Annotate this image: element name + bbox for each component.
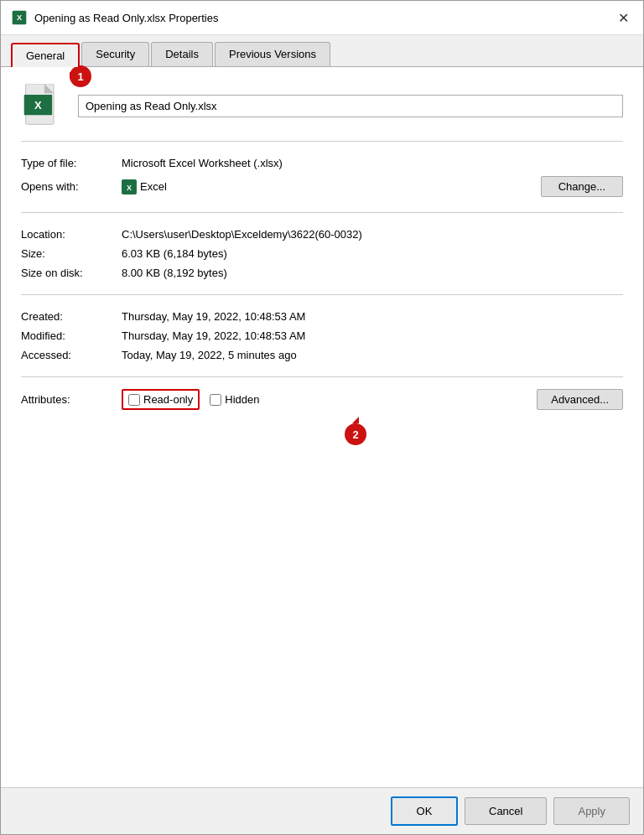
file-header: X 1	[21, 84, 623, 142]
advanced-button[interactable]: Advanced...	[537, 389, 623, 410]
badge-arrow-2	[352, 417, 359, 423]
excel-small-icon: X	[122, 179, 137, 194]
size-on-disk-label: Size on disk:	[21, 267, 122, 279]
tab-general[interactable]: General	[11, 43, 80, 67]
cancel-button[interactable]: Cancel	[465, 797, 547, 825]
type-section: Type of file: Microsoft Excel Worksheet …	[21, 142, 623, 213]
created-value: Thursday, May 19, 2022, 10:48:53 AM	[122, 310, 623, 323]
file-icon-container: X 1	[21, 84, 65, 127]
accessed-value: Today, May 19, 2022, 5 minutes ago	[122, 349, 623, 361]
size-on-disk-value: 8.00 KB (8,192 bytes)	[122, 267, 623, 279]
modified-row: Modified: Thursday, May 19, 2022, 10:48:…	[21, 326, 623, 345]
attributes-row: Attributes: Read-only Hidden Advanced...	[21, 389, 623, 410]
excel-file-icon: X	[21, 84, 65, 127]
hidden-label: Hidden	[225, 393, 259, 406]
badge-arrow-1	[70, 72, 76, 79]
opens-value: X Excel	[122, 179, 541, 194]
svg-text:X: X	[17, 13, 23, 22]
type-value: Microsoft Excel Worksheet (.xlsx)	[122, 157, 623, 169]
size-on-disk-row: Size on disk: 8.00 KB (8,192 bytes)	[21, 263, 623, 283]
created-label: Created:	[21, 310, 122, 323]
type-label: Type of file:	[21, 157, 122, 169]
badge-2-container: 2	[21, 417, 623, 445]
tab-security[interactable]: Security	[81, 42, 149, 66]
svg-text:X: X	[127, 184, 132, 192]
accessed-row: Accessed: Today, May 19, 2022, 5 minutes…	[21, 345, 623, 365]
type-row: Type of file: Microsoft Excel Worksheet …	[21, 153, 623, 173]
location-value: C:\Users\user\Desktop\Exceldemy\3622(60-…	[122, 228, 623, 241]
location-row: Location: C:\Users\user\Desktop\Exceldem…	[21, 225, 623, 244]
file-name-input[interactable]	[78, 95, 623, 117]
step-badge-2: 2	[345, 423, 366, 445]
size-value: 6.03 KB (6,184 bytes)	[122, 247, 623, 260]
modified-label: Modified:	[21, 329, 122, 342]
properties-dialog: X Opening as Read Only.xlsx Properties ✕…	[0, 0, 644, 835]
readonly-checkbox-wrapper[interactable]: Read-only	[122, 389, 200, 410]
apply-button[interactable]: Apply	[553, 797, 630, 825]
ok-button[interactable]: OK	[391, 796, 458, 826]
dialog-footer: OK Cancel Apply	[1, 787, 643, 834]
dialog-title: Opening as Read Only.xlsx Properties	[34, 12, 606, 24]
size-label: Size:	[21, 247, 122, 260]
opens-with-row: Opens with: X Excel Change...	[21, 173, 623, 200]
main-content: X 1 Type of file: Microsoft Excel Worksh…	[1, 67, 643, 787]
readonly-checkbox[interactable]	[128, 394, 140, 406]
tab-bar: General Security Details Previous Versio…	[1, 35, 643, 67]
modified-value: Thursday, May 19, 2022, 10:48:53 AM	[122, 329, 623, 342]
title-bar: X Opening as Read Only.xlsx Properties ✕	[1, 1, 643, 35]
created-row: Created: Thursday, May 19, 2022, 10:48:5…	[21, 307, 623, 326]
attributes-section: Attributes: Read-only Hidden Advanced...	[21, 377, 623, 457]
title-icon: X	[11, 9, 28, 26]
location-label: Location:	[21, 228, 122, 241]
attributes-controls: Read-only Hidden Advanced...	[122, 389, 623, 410]
attributes-label: Attributes:	[21, 393, 122, 406]
opens-label: Opens with:	[21, 180, 122, 193]
size-section: Location: C:\Users\user\Desktop\Exceldem…	[21, 213, 623, 295]
tab-previous-versions[interactable]: Previous Versions	[215, 42, 330, 66]
tab-details[interactable]: Details	[151, 42, 213, 66]
dates-section: Created: Thursday, May 19, 2022, 10:48:5…	[21, 295, 623, 377]
hidden-checkbox[interactable]	[210, 394, 221, 406]
hidden-checkbox-wrapper[interactable]: Hidden	[210, 393, 259, 406]
size-row: Size: 6.03 KB (6,184 bytes)	[21, 244, 623, 263]
accessed-label: Accessed:	[21, 349, 122, 361]
readonly-label: Read-only	[143, 393, 193, 406]
change-button[interactable]: Change...	[541, 176, 623, 197]
close-button[interactable]: ✕	[613, 8, 633, 28]
content-spacer	[21, 457, 623, 770]
svg-text:X: X	[34, 99, 42, 112]
